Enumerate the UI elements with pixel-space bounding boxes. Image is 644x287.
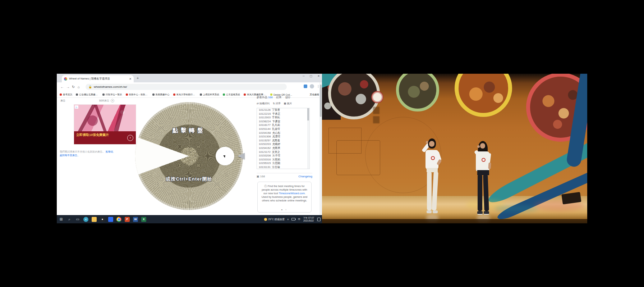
close-ad-icon[interactable]: ✕ xyxy=(111,99,114,102)
entries-list[interactable]: 10121126丁賢君10122215于承正10112003于東耘1015622… xyxy=(257,108,310,169)
weather-icon xyxy=(264,218,267,221)
entry-row[interactable]: 10116177孔凡莉 xyxy=(257,123,309,127)
sort-button[interactable]: ⇅排序 xyxy=(273,102,281,105)
bookmark-label: 上傳資料夾系統 xyxy=(203,93,220,96)
security-app-icon[interactable]: ● xyxy=(100,217,105,222)
bookmark-label: 公告欄台北圖書網站 xyxy=(79,93,99,96)
tab-close-icon[interactable]: ✕ xyxy=(129,77,132,81)
shuffle-icon: ⇄ xyxy=(257,102,259,105)
ime-indicator[interactable]: 中 xyxy=(298,218,300,221)
panel-divider xyxy=(257,173,312,173)
minimize-button[interactable]: ─ xyxy=(303,74,305,78)
tray-chevron-icon[interactable]: ∧ xyxy=(287,218,289,221)
back-icon[interactable]: ← xyxy=(60,85,64,89)
promo-link[interactable]: TimezoneWizard.com xyxy=(279,192,305,195)
action-center-icon[interactable] xyxy=(317,217,321,222)
address-bar[interactable]: 🔒 wheelofnames.com/zh-tw/ xyxy=(86,84,287,90)
ad-disclaimer: 我們嘗試僅展示不含個人化跟蹤的廣告。 點擊此處回報不當廣告。 xyxy=(60,150,114,157)
tab-results[interactable]: 結果 xyxy=(276,96,282,99)
weather-widget[interactable]: 29°C 體感溫度 xyxy=(264,218,285,221)
entry-row[interactable]: 10131131方芯瑜 xyxy=(257,165,309,169)
entry-row[interactable]: 10154152尤雨辰 xyxy=(257,146,309,150)
file-explorer-icon[interactable] xyxy=(92,217,97,222)
bookmark-item[interactable]: 上傳資料夾系統 xyxy=(200,93,220,96)
ad-cta[interactable]: 立即獲取10張免費圖片 › xyxy=(74,131,136,144)
entry-row[interactable]: 10154158尤心彤 xyxy=(257,131,309,135)
bookmark-favicon xyxy=(223,94,225,96)
taskbar-clock[interactable]: 下午 07:07 2021/5/22 xyxy=(303,217,314,222)
entry-row[interactable]: 10115257尤雨蓁 xyxy=(257,139,309,143)
search-icon[interactable]: ⌕ xyxy=(67,217,72,222)
bookmark-label: 衛教中心－衛教中心 xyxy=(129,93,149,96)
close-button[interactable]: ✕ xyxy=(317,74,320,78)
bookmark-item[interactable]: 教務圖書中心 xyxy=(152,93,170,96)
backdrop-photo-circle xyxy=(455,74,512,117)
floor-reflection xyxy=(494,205,538,212)
excel-icon[interactable]: X xyxy=(141,217,146,222)
chrome-icon[interactable] xyxy=(116,217,121,222)
ad-cta-title: 立即獲取10張免費圖片 xyxy=(76,133,134,137)
bookmark-item[interactable]: 會考資訊 xyxy=(60,93,72,96)
tab-entries[interactable]: 參賽作品 168 xyxy=(257,96,273,99)
bookmark-item[interactable]: 東吳大學校務行政系統 xyxy=(173,93,196,96)
pant-leg xyxy=(478,174,482,211)
bookmark-item[interactable]: 衛教中心－衛教中心 xyxy=(126,93,149,96)
shoe xyxy=(477,211,483,215)
bookmark-item[interactable]: 行政單位一覽表 xyxy=(102,93,122,96)
video-frame: Wheel of Names | 隨機名字選擇器 ✕ + ─ ▢ ✕ ← → ↻… xyxy=(0,0,644,287)
carousel-dots[interactable]: ● ○ xyxy=(258,209,311,211)
new-tab-button[interactable]: + xyxy=(137,76,139,80)
profile-avatar[interactable] xyxy=(310,84,314,88)
image-button[interactable]: ▦圖片 xyxy=(284,102,292,105)
bookmark-label: 東吳大學校務行政系統 xyxy=(176,93,196,96)
word-icon[interactable]: W xyxy=(133,217,138,222)
close-ad-control[interactable]: 關閉廣告 ✕ xyxy=(99,99,114,102)
entry-row[interactable]: 10122215于承正 xyxy=(257,112,309,116)
windows-taskbar: ⊞⌕▭e●PWX 29°C 體感溫度 ∧ 中 下午 07:07 2021/5/2… xyxy=(57,215,322,223)
start-button[interactable]: ⊞ xyxy=(59,217,64,222)
pant-leg xyxy=(427,172,432,210)
store-icon[interactable] xyxy=(108,217,113,222)
ad-arrow-button[interactable]: › xyxy=(127,135,133,141)
shoe xyxy=(484,211,489,215)
entry-row[interactable]: 10156224卞彥堂 xyxy=(257,120,309,124)
face xyxy=(429,141,434,147)
entries-scrollbar[interactable] xyxy=(307,108,309,169)
forward-icon[interactable]: → xyxy=(66,85,70,89)
ad-banner[interactable]: ▷ 立即獲取10張免費圖片 › xyxy=(74,105,136,144)
entry-row[interactable]: 10151308尤津瑄 xyxy=(257,135,309,139)
bookmark-favicon xyxy=(244,94,246,96)
entry-row[interactable]: 10155315方思穎 xyxy=(257,161,309,165)
shuffle-button[interactable]: ⇄隨機排列 xyxy=(257,102,270,105)
bookmark-favicon xyxy=(152,94,155,96)
powerpoint-icon[interactable]: P xyxy=(125,217,130,222)
entry-row[interactable]: 10121172文憲之 xyxy=(257,150,309,154)
shoe xyxy=(433,210,438,213)
edge-icon[interactable]: e xyxy=(83,217,88,222)
home-icon[interactable]: ⌂ xyxy=(78,85,80,89)
bookmark-favicon xyxy=(60,94,62,96)
tab-save[interactable]: 儲存 xyxy=(285,96,291,99)
changelog-link[interactable]: Changelog xyxy=(298,175,312,178)
task-view-icon[interactable]: ▭ xyxy=(75,217,80,222)
entry-row[interactable]: 10121126丁賢君 xyxy=(257,108,309,112)
adchoices-icon[interactable]: ▷ xyxy=(75,105,78,109)
page-scrollbar[interactable] xyxy=(319,82,322,215)
wheel-favicon-icon xyxy=(64,77,67,81)
bookmark-item[interactable]: 公文簽核系統 xyxy=(223,93,240,96)
entries-toolbar: ⇄隨機排列 ⇅排序 ▦圖片 xyxy=(257,102,312,105)
pant-leg xyxy=(483,174,489,211)
browser-tab[interactable]: Wheel of Names | 隨機名字選擇器 ✕ xyxy=(62,75,134,82)
battery-icon[interactable] xyxy=(291,218,295,220)
backdrop-calligraphy xyxy=(373,116,380,123)
entry-row[interactable]: 10112003于東耘 xyxy=(257,116,309,120)
close-ad-label: 關閉廣告 xyxy=(99,99,109,102)
entry-row[interactable]: 10153208方子瑄 xyxy=(257,154,309,158)
bookmark-item[interactable]: 公告欄台北圖書網站 xyxy=(76,93,99,96)
entry-row[interactable]: 10153316方宛莉 xyxy=(257,158,309,162)
entry-row[interactable]: 10151144孔浚瑄 xyxy=(257,127,309,131)
reload-icon[interactable]: ↻ xyxy=(72,85,75,89)
extension-icon[interactable] xyxy=(304,85,307,88)
entry-row[interactable]: 10152203尤曉妤 xyxy=(257,142,309,146)
maximize-button[interactable]: ▢ xyxy=(310,74,313,78)
